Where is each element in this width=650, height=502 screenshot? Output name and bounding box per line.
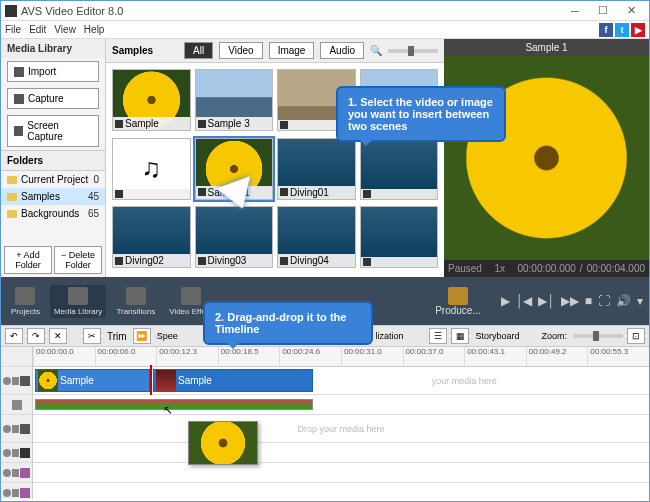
stop-button[interactable]: ■ — [585, 294, 592, 308]
thumb-item[interactable] — [360, 206, 439, 268]
track-head-audio[interactable] — [1, 463, 32, 483]
storyboard-view-button[interactable]: ▦ — [451, 328, 469, 344]
timeline-zoom-slider[interactable] — [573, 334, 623, 338]
media-library-button[interactable]: Media Library — [50, 285, 106, 318]
clip-sample-2[interactable]: Sample — [153, 369, 313, 392]
play-button[interactable]: ▶ — [501, 294, 510, 308]
preview-panel: Sample 1 Paused 1x 00:00:00.000 / 00:00:… — [444, 39, 649, 277]
eye-icon[interactable] — [3, 489, 11, 497]
folder-icon — [7, 210, 17, 218]
preview-position: 00:00:00.000 — [517, 263, 575, 274]
dragging-thumbnail[interactable] — [188, 421, 258, 465]
timeline-content[interactable]: 00:00:00.0 00:00:06.0 00:00:12.3 00:00:1… — [33, 347, 649, 499]
lock-icon[interactable] — [12, 449, 19, 457]
screen-capture-button[interactable]: Screen Capture — [7, 115, 99, 147]
zoom-fit-button[interactable]: ⊡ — [627, 328, 645, 344]
time-ruler[interactable]: 00:00:00.0 00:00:06.0 00:00:12.3 00:00:1… — [33, 347, 649, 367]
close-button[interactable]: ✕ — [617, 2, 645, 20]
fullscreen-button[interactable]: ⛶ — [598, 294, 610, 308]
eye-icon[interactable] — [3, 469, 11, 477]
lock-icon[interactable] — [12, 425, 19, 433]
undo-button[interactable]: ↶ — [5, 328, 23, 344]
trim-label[interactable]: Trim — [105, 331, 129, 342]
eye-icon[interactable] — [3, 449, 11, 457]
import-button[interactable]: Import — [7, 61, 99, 82]
filter-audio[interactable]: Audio — [320, 42, 364, 59]
filter-image[interactable]: Image — [269, 42, 315, 59]
facebook-icon[interactable]: f — [599, 23, 613, 37]
menu-view[interactable]: View — [54, 24, 76, 35]
transitions-icon — [126, 287, 146, 305]
overlay-track[interactable]: Drop your media here — [33, 415, 649, 443]
lock-icon[interactable] — [12, 469, 19, 477]
clip-sample[interactable]: Sample — [35, 369, 150, 392]
audio-track[interactable] — [33, 463, 649, 483]
video-track[interactable]: Sample Sample your media here — [33, 367, 649, 395]
menu-edit[interactable]: Edit — [29, 24, 46, 35]
folder-icon — [7, 193, 17, 201]
transition-track[interactable] — [33, 395, 649, 415]
folder-current-project[interactable]: Current Project0 — [1, 171, 105, 188]
film-icon — [20, 424, 30, 434]
maximize-button[interactable]: ☐ — [589, 2, 617, 20]
folder-backgrounds[interactable]: Backgrounds65 — [1, 205, 105, 222]
transitions-button[interactable]: Transitions — [112, 285, 159, 318]
clapper-icon — [15, 287, 35, 305]
filter-all[interactable]: All — [184, 42, 213, 59]
prev-frame-button[interactable]: │◀ — [516, 294, 533, 308]
redo-button[interactable]: ↷ — [27, 328, 45, 344]
audio-icon — [115, 190, 123, 198]
track-head-video[interactable] — [1, 367, 32, 395]
film-icon — [68, 287, 88, 305]
lock-icon[interactable] — [12, 377, 19, 385]
eye-icon[interactable] — [3, 377, 11, 385]
thumb-diving02[interactable]: Diving02 — [112, 206, 191, 268]
volume-button[interactable]: 🔊 — [616, 294, 631, 308]
filter-video[interactable]: Video — [219, 42, 262, 59]
timeline-view-button[interactable]: ☰ — [429, 328, 447, 344]
cut-button[interactable]: ✂ — [83, 328, 101, 344]
thumb-zoom-slider[interactable] — [388, 49, 438, 53]
folder-samples[interactable]: Samples45 — [1, 188, 105, 205]
produce-button[interactable]: Produce... — [429, 285, 487, 318]
cancel-button[interactable]: ✕ — [49, 328, 67, 344]
plus-icon — [14, 67, 24, 77]
track-head-music[interactable] — [1, 483, 32, 499]
lock-icon[interactable] — [12, 489, 19, 497]
youtube-icon[interactable]: ▶ — [631, 23, 645, 37]
transition-icon — [12, 400, 22, 410]
video-icon — [280, 188, 288, 196]
thumb-sample[interactable]: Sample — [112, 69, 191, 131]
thumb-diving01[interactable]: Diving01 — [277, 138, 356, 200]
text-t-icon — [20, 448, 30, 458]
track-head-text[interactable] — [1, 443, 32, 463]
projects-button[interactable]: Projects — [7, 285, 44, 318]
thumb-audio[interactable]: ♫ — [112, 138, 191, 200]
clip-thumbnail — [156, 370, 176, 391]
end-button[interactable]: ▶▶ — [561, 294, 579, 308]
thumb-sample3[interactable]: Sample 3 — [195, 69, 274, 131]
text-track[interactable] — [33, 443, 649, 463]
track-head-overlay[interactable] — [1, 415, 32, 443]
add-folder-button[interactable]: + Add Folder — [4, 246, 52, 274]
samples-panel: Samples All Video Image Audio 🔍 Sample S… — [106, 39, 444, 277]
cursor-icon: ↖ — [163, 403, 173, 417]
screen-icon — [14, 126, 23, 136]
twitter-icon[interactable]: t — [615, 23, 629, 37]
audio-envelope[interactable] — [35, 399, 313, 410]
titlebar: AVS Video Editor 8.0 ─ ☐ ✕ — [1, 1, 649, 21]
track-head-transition[interactable] — [1, 395, 32, 415]
eye-icon[interactable] — [3, 425, 11, 433]
capture-button[interactable]: Capture — [7, 88, 99, 109]
music-track[interactable] — [33, 483, 649, 499]
minimize-button[interactable]: ─ — [561, 2, 589, 20]
chevron-down-icon[interactable]: ▾ — [637, 294, 643, 308]
thumb-diving04[interactable]: Diving04 — [277, 206, 356, 268]
preview-title: Sample 1 — [444, 39, 649, 56]
next-frame-button[interactable]: ▶│ — [538, 294, 555, 308]
menu-file[interactable]: File — [5, 24, 21, 35]
speed-button[interactable]: ⏩ — [133, 328, 151, 344]
menu-help[interactable]: Help — [84, 24, 105, 35]
delete-folder-button[interactable]: − Delete Folder — [54, 246, 102, 274]
folders-header: Folders — [1, 150, 105, 171]
